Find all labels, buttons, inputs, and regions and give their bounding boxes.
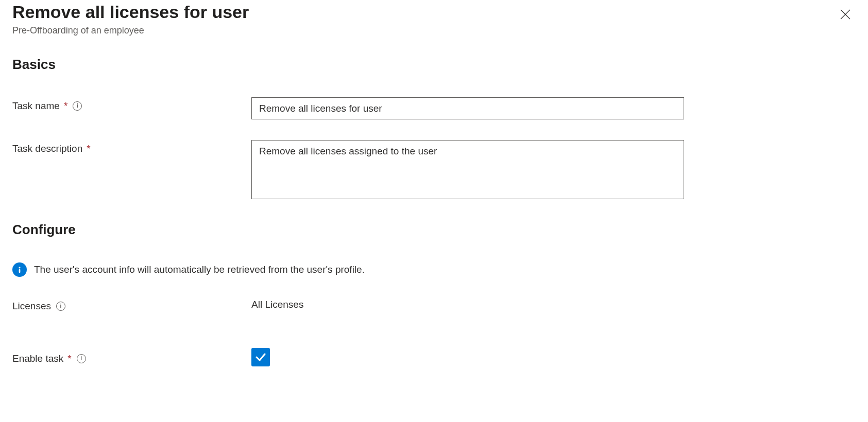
svg-rect-3 — [19, 269, 21, 273]
check-icon — [254, 351, 267, 363]
required-asterisk: * — [87, 143, 90, 154]
enable-task-label: Enable task — [12, 353, 63, 364]
task-description-input[interactable] — [251, 140, 684, 199]
basics-heading: Basics — [12, 57, 856, 73]
page-subtitle: Pre-Offboarding of an employee — [12, 25, 249, 36]
task-description-row: Task description * — [12, 140, 856, 201]
enable-task-row: Enable task * i — [12, 348, 856, 366]
close-button[interactable] — [837, 6, 854, 23]
info-icon — [12, 262, 27, 277]
info-banner-text: The user's account info will automatical… — [34, 264, 365, 275]
configure-heading: Configure — [12, 222, 856, 238]
required-asterisk: * — [67, 353, 71, 364]
page-title: Remove all licenses for user — [12, 2, 249, 22]
task-name-label: Task name — [12, 100, 60, 112]
task-description-label: Task description — [12, 143, 82, 154]
licenses-value: All Licenses — [251, 299, 303, 310]
task-name-input[interactable] — [251, 97, 684, 119]
enable-task-checkbox[interactable] — [251, 348, 270, 366]
info-icon[interactable]: i — [77, 354, 86, 363]
required-asterisk: * — [64, 100, 67, 112]
info-banner: The user's account info will automatical… — [12, 262, 856, 277]
close-icon — [840, 9, 851, 20]
licenses-label: Licenses — [12, 301, 51, 312]
info-icon[interactable]: i — [56, 302, 65, 311]
info-icon[interactable]: i — [73, 101, 82, 111]
licenses-row: Licenses i All Licenses — [12, 297, 856, 312]
task-name-row: Task name * i — [12, 97, 856, 119]
svg-point-2 — [19, 267, 20, 268]
